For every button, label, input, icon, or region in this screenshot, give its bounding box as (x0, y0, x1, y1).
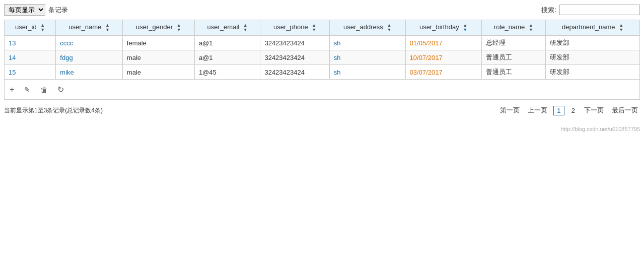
refresh-button[interactable]: ↻ (55, 84, 66, 95)
cell-user_gender: male (122, 65, 194, 80)
next-page-button[interactable]: 下一页 (582, 105, 606, 116)
cell-user_birthday: 03/07/2017 (405, 65, 481, 80)
cell-department_name: 研发部 (546, 36, 640, 50)
toolbar: + ✎ 🗑 ↻ (4, 80, 640, 100)
cell-user_address: sh (329, 50, 405, 65)
edit-button[interactable]: ✎ (22, 85, 32, 95)
footer: 当前显示第1至3条记录(总记录数4条) 第一页 上一页 1 2 下一页 最后一页 (4, 105, 640, 116)
cell-role_name: 普通员工 (481, 50, 546, 65)
data-table: user_id ▲▼ user_name ▲▼ user_gender ▲▼ u… (4, 20, 640, 80)
cell-user_phone: 32423423424 (260, 36, 329, 50)
add-button[interactable]: + (8, 84, 16, 95)
cell-role_name: 总经理 (481, 36, 546, 50)
cell-user_name: mike (56, 65, 122, 80)
sort-icons-role-name: ▲▼ (529, 23, 533, 32)
cell-user_address: sh (329, 36, 405, 50)
col-user-phone[interactable]: user_phone ▲▼ (260, 20, 329, 36)
table-row: 13ccccfemalea@132423423424sh01/05/2017总经… (5, 36, 640, 50)
col-user-email[interactable]: user_email ▲▼ (194, 20, 260, 36)
sort-icons-user-id: ▲▼ (40, 23, 45, 32)
cell-user_id: 14 (5, 50, 56, 65)
table-row: 14fdggmalea@132423423424sh10/07/2017普通员工… (5, 50, 640, 65)
top-right: 搜索: (541, 5, 640, 15)
top-bar: 每页显示 条记录 搜索: (4, 4, 640, 16)
cell-department_name: 研发部 (546, 65, 640, 80)
cell-user_name: fdgg (56, 50, 122, 65)
col-user-gender[interactable]: user_gender ▲▼ (122, 20, 194, 36)
prev-page-button[interactable]: 上一页 (526, 105, 549, 116)
top-left: 每页显示 条记录 (4, 4, 68, 16)
current-page-number[interactable]: 1 (553, 106, 564, 115)
cell-user_phone: 32423423424 (260, 65, 329, 80)
cell-user_name: cccc (56, 36, 122, 50)
watermark: http://blog.csdn.net/u010857795 (4, 126, 640, 132)
sort-icons-user-address: ▲▼ (387, 23, 391, 32)
col-user-address[interactable]: user_address ▲▼ (329, 20, 405, 36)
table-header-row: user_id ▲▼ user_name ▲▼ user_gender ▲▼ u… (5, 20, 640, 36)
cell-user_id: 15 (5, 65, 56, 80)
sort-icons-department-name: ▲▼ (619, 23, 623, 32)
last-page-button[interactable]: 最后一页 (610, 105, 640, 116)
search-label: 搜索: (541, 6, 556, 15)
sort-icons-user-birthday: ▲▼ (463, 23, 467, 32)
table-row: 15mikemale1@4532423423424sh03/07/2017普通员… (5, 65, 640, 80)
col-user-name[interactable]: user_name ▲▼ (56, 20, 122, 36)
col-user-birthday[interactable]: user_birthday ▲▼ (405, 20, 481, 36)
cell-role_name: 普通员工 (481, 65, 546, 80)
sort-icons-user-name: ▲▼ (105, 23, 110, 32)
cell-user_phone: 32423423424 (260, 50, 329, 65)
search-input[interactable] (559, 5, 640, 15)
col-department-name[interactable]: department_name ▲▼ (546, 20, 640, 36)
sort-icons-user-phone: ▲▼ (312, 23, 316, 32)
cell-user_birthday: 10/07/2017 (405, 50, 481, 65)
table-body: 13ccccfemalea@132423423424sh01/05/2017总经… (5, 36, 640, 80)
cell-department_name: 研发部 (546, 50, 640, 65)
other-page-number[interactable]: 2 (568, 106, 578, 115)
footer-info: 当前显示第1至3条记录(总记录数4条) (4, 106, 103, 115)
cell-user_gender: male (122, 50, 194, 65)
sort-icons-user-gender: ▲▼ (177, 23, 181, 32)
per-page-label: 条记录 (48, 6, 68, 15)
cell-user_email: a@1 (194, 36, 260, 50)
first-page-button[interactable]: 第一页 (498, 105, 522, 116)
sort-icons-user-email: ▲▼ (243, 23, 248, 32)
cell-user_email: 1@45 (194, 65, 260, 80)
cell-user_id: 13 (5, 36, 56, 50)
col-user-id[interactable]: user_id ▲▼ (5, 20, 56, 36)
cell-user_birthday: 01/05/2017 (405, 36, 481, 50)
pagination: 第一页 上一页 1 2 下一页 最后一页 (498, 105, 640, 116)
cell-user_email: a@1 (194, 50, 260, 65)
col-role-name[interactable]: role_name ▲▼ (481, 20, 546, 36)
cell-user_address: sh (329, 65, 405, 80)
cell-user_gender: female (122, 36, 194, 50)
delete-button[interactable]: 🗑 (38, 85, 49, 95)
per-page-select[interactable]: 每页显示 (4, 4, 45, 16)
